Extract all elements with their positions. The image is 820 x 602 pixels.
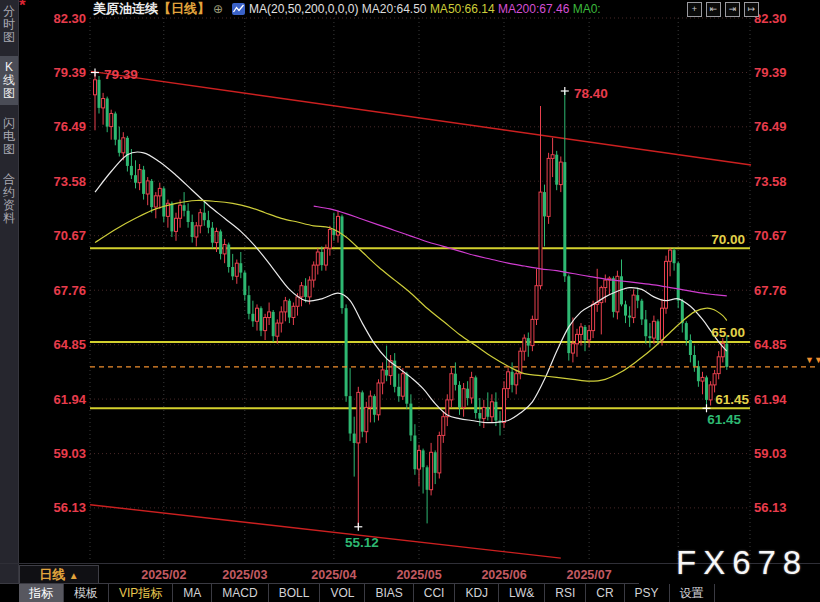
ma-line-MA20 xyxy=(95,152,727,423)
tab-CR[interactable]: CR xyxy=(586,584,624,602)
svg-text:79.39: 79.39 xyxy=(754,65,787,80)
tab-BIAS[interactable]: BIAS xyxy=(365,584,413,602)
svg-text:79.39: 79.39 xyxy=(53,65,86,80)
svg-text:65.00: 65.00 xyxy=(711,325,745,340)
crosshair-tool-icon[interactable]: + xyxy=(687,2,702,17)
svg-text:76.49: 76.49 xyxy=(53,119,86,134)
svg-text:70.67: 70.67 xyxy=(53,228,86,243)
sidebar-item-闪电图[interactable]: 闪电图 xyxy=(2,112,16,161)
alert-burst-icon: * xyxy=(19,0,26,14)
svg-text:61.45: 61.45 xyxy=(707,412,741,427)
svg-text:59.03: 59.03 xyxy=(53,446,86,461)
tab-KDJ[interactable]: KDJ xyxy=(455,584,499,602)
trendlines[interactable] xyxy=(90,71,751,558)
tab-BOLL[interactable]: BOLL xyxy=(269,584,321,602)
sidebar-item-合约资料[interactable]: 合约资料 xyxy=(2,168,16,230)
kline-chart[interactable]: 79.3978.4070.0065.0061.4561.4555.1282.30… xyxy=(0,0,820,602)
svg-text:61.94: 61.94 xyxy=(53,392,86,407)
tab-VIP指标[interactable]: VIP指标 xyxy=(109,584,173,602)
tab-设置[interactable]: 设置 xyxy=(670,584,715,602)
tab-模板[interactable]: 模板 xyxy=(64,584,109,602)
svg-text:79.39: 79.39 xyxy=(104,67,138,82)
tab-MACD[interactable]: MACD xyxy=(212,584,268,602)
pan-left-icon[interactable]: ⇤ xyxy=(706,2,721,17)
tab-RSI[interactable]: RSI xyxy=(545,584,586,602)
tab-指标[interactable]: 指标 xyxy=(19,584,64,602)
svg-text:70.67: 70.67 xyxy=(754,228,787,243)
tab-MA[interactable]: MA xyxy=(173,584,212,602)
add-compare-icon[interactable]: ⊕ xyxy=(210,2,226,16)
watermark-logo: FX678 xyxy=(676,544,808,582)
svg-text:78.40: 78.40 xyxy=(574,86,608,101)
ma50-value: MA50:66.14 xyxy=(430,2,495,16)
symbol-title: 美原油连续 xyxy=(93,1,158,16)
ma20-value: MA20:64.50 xyxy=(362,2,427,16)
svg-text:56.13: 56.13 xyxy=(754,500,787,515)
tab-VOL[interactable]: VOL xyxy=(320,584,365,602)
svg-text:73.58: 73.58 xyxy=(53,174,86,189)
period-selector[interactable]: 日线 ▲ xyxy=(19,565,99,585)
current-price-pointer-icon[interactable]: ▼▼ xyxy=(805,357,819,363)
tab-LW&[interactable]: LW& xyxy=(499,584,545,602)
chevron-up-icon: ▲ xyxy=(69,570,79,581)
support-resistance-lines[interactable] xyxy=(90,248,750,408)
svg-text:73.58: 73.58 xyxy=(754,174,787,189)
candles xyxy=(94,73,729,527)
jump-latest-icon[interactable]: ↦ xyxy=(744,2,759,17)
svg-text:59.03: 59.03 xyxy=(754,446,787,461)
indicator-toolbar: 指标模板VIP指标MAMACDBOLLVOLBIASCCIKDJLW&RSICR… xyxy=(0,583,820,602)
svg-text:76.49: 76.49 xyxy=(754,119,787,134)
svg-text:55.12: 55.12 xyxy=(345,535,379,550)
svg-text:70.00: 70.00 xyxy=(711,232,745,247)
tab-CCI[interactable]: CCI xyxy=(414,584,456,602)
period-selector-label: 日线 xyxy=(39,567,65,582)
ma200-value: MA200:67.46 xyxy=(498,2,569,16)
sidebar-item-K线图[interactable]: K线图 xyxy=(0,56,18,105)
svg-text:56.13: 56.13 xyxy=(53,500,86,515)
grid-horizontal xyxy=(90,18,750,508)
svg-text:67.76: 67.76 xyxy=(53,283,86,298)
ma-line-MA50 xyxy=(95,200,727,381)
pan-right-icon[interactable]: ⇥ xyxy=(725,2,740,17)
ma-settings-label: MA(20,50,200,0,0,0) xyxy=(249,2,358,16)
tab-PSY[interactable]: PSY xyxy=(625,584,670,602)
sidebar: 分时图K线图闪电图合约资料 xyxy=(0,0,19,584)
app-window: 79.3978.4070.0065.0061.4561.4555.1282.30… xyxy=(0,0,820,602)
chart-toolbar-icons: +⇤⇥↦ xyxy=(687,2,759,17)
svg-text:67.76: 67.76 xyxy=(754,283,787,298)
svg-text:64.85: 64.85 xyxy=(754,337,787,352)
kline-badge-icon xyxy=(232,3,245,15)
svg-text:61.94: 61.94 xyxy=(754,392,787,407)
svg-text:64.85: 64.85 xyxy=(53,337,86,352)
svg-text:61.45: 61.45 xyxy=(715,392,749,407)
ma0-value: MA0: xyxy=(573,2,601,16)
grid-vertical xyxy=(90,18,750,562)
period-tag: 【日线】 xyxy=(158,1,210,16)
